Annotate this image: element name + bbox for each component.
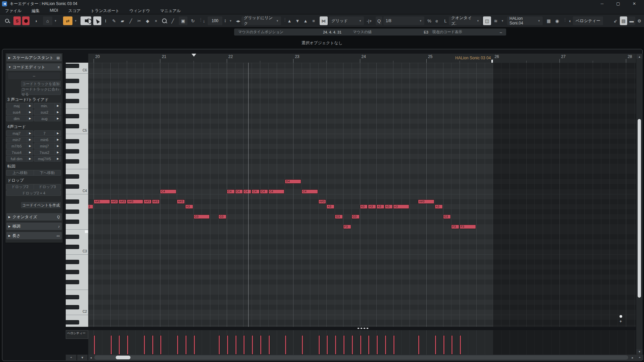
chord-button-maj7[interactable]: maj7▶: [6, 130, 33, 136]
show-left-zone-button[interactable]: ▤: [620, 16, 627, 25]
midi-note[interactable]: D4: [285, 179, 301, 184]
chord-button-min7[interactable]: min7▶: [6, 137, 33, 142]
midi-note[interactable]: A#3: [118, 199, 126, 204]
midi-note[interactable]: F3: [451, 225, 459, 229]
velocity-bar[interactable]: [152, 335, 154, 355]
velocity-lane[interactable]: [88, 330, 636, 355]
scroll-left-arrow[interactable]: ◂: [88, 355, 94, 360]
maximize-button[interactable]: ▢: [610, 0, 626, 7]
event-colors-button[interactable]: ≋: [492, 16, 500, 25]
acoustic-feedback-button[interactable]: [80, 16, 91, 25]
part-end-marker[interactable]: [491, 60, 493, 63]
chord-play-arrow-icon[interactable]: ▶: [55, 116, 61, 121]
black-key[interactable]: [66, 174, 79, 179]
quantize-icon[interactable]: Q: [376, 16, 382, 25]
inspector-section-1[interactable]: ▼コードエディット≡: [6, 63, 62, 71]
midi-note[interactable]: G3: [218, 215, 226, 219]
add-chord-track-button[interactable]: コードトラックを追加: [21, 81, 61, 87]
auto-select-controllers-button[interactable]: ▣: [179, 16, 187, 25]
velocity-bar[interactable]: [368, 335, 370, 355]
chord-play-arrow-icon[interactable]: ▶: [27, 150, 33, 155]
black-key[interactable]: [66, 184, 79, 189]
chord-button-minj7[interactable]: minj7▶: [34, 143, 61, 149]
black-key[interactable]: [66, 209, 79, 214]
midi-note[interactable]: F3: [460, 225, 476, 229]
velocity-bar[interactable]: [160, 335, 162, 355]
midi-note[interactable]: A#3: [110, 199, 118, 204]
midi-note[interactable]: C4: [252, 189, 260, 194]
chord-button-aug[interactable]: aug▶: [34, 116, 61, 121]
black-key[interactable]: [66, 159, 79, 164]
chord-play-arrow-icon[interactable]: ▶: [27, 131, 33, 136]
chord-button-7sus2[interactable]: 7sus2▶: [34, 149, 61, 155]
scroll-up-arrow[interactable]: ▴: [636, 54, 643, 59]
black-key[interactable]: [66, 139, 79, 143]
midi-note[interactable]: C4: [227, 189, 235, 194]
nudge-down-button[interactable]: ▼: [294, 16, 301, 25]
edit-mode-button[interactable]: ⌂: [43, 16, 52, 25]
zoom-tool[interactable]: [160, 16, 168, 25]
grid-link-dropdown[interactable]: グリッドにリンク▼: [241, 16, 281, 25]
velocity-bar[interactable]: [460, 335, 461, 355]
chord-play-arrow-icon[interactable]: ▶: [27, 156, 33, 161]
quantize-preset-dropdown[interactable]: 1/8▼: [383, 16, 424, 25]
record-in-editor-button[interactable]: [22, 16, 30, 25]
snap-button[interactable]: ⋈: [320, 16, 328, 25]
velocity-bar[interactable]: [393, 335, 395, 355]
chord-button-m7b5[interactable]: m7/b5▶: [6, 143, 33, 149]
midi-note[interactable]: A3: [88, 204, 93, 209]
velocity-bar[interactable]: [285, 335, 286, 355]
midi-note[interactable]: A3: [385, 204, 393, 209]
vertical-zoom-dot[interactable]: [620, 315, 622, 318]
horizontal-scroll-track[interactable]: [94, 355, 628, 360]
velocity-bar[interactable]: [243, 335, 245, 355]
velocity-bar[interactable]: [127, 335, 128, 355]
inspector-section-4[interactable]: ▶長さ▭: [6, 232, 62, 239]
add-lane-button[interactable]: ＋: [66, 355, 76, 360]
black-key[interactable]: [66, 280, 79, 284]
drop3-button[interactable]: ドロップ3: [34, 184, 61, 189]
midi-note[interactable]: A3: [368, 204, 376, 209]
independent-track-loop-button[interactable]: ↻: [189, 16, 197, 25]
midi-note[interactable]: C4: [302, 189, 318, 194]
menu-item-5[interactable]: ウィンドウ: [124, 8, 155, 14]
velocity-bar[interactable]: [343, 335, 345, 355]
controller-lane-icon[interactable]: ◖: [567, 16, 573, 25]
insert-velocity-stepper[interactable]: ▲▼: [223, 16, 227, 25]
auto-scroll-caret[interactable]: ▼: [73, 16, 78, 25]
midi-note[interactable]: C4: [160, 189, 176, 194]
scroll-right-arrow[interactable]: ▸: [630, 355, 636, 360]
nudge-up-button[interactable]: ▲: [286, 16, 293, 25]
event-colors-caret[interactable]: ▼: [500, 16, 505, 25]
midi-note[interactable]: C4: [268, 189, 285, 194]
chord-play-arrow-icon[interactable]: ▶: [55, 137, 61, 142]
velocity-bar[interactable]: [443, 335, 445, 355]
velocity-bar[interactable]: [435, 335, 436, 355]
chord-play-arrow-icon[interactable]: ▶: [55, 150, 61, 155]
black-key[interactable]: [66, 199, 79, 204]
length-quantize-icon[interactable]: L: [443, 16, 448, 25]
delete-tool[interactable]: ×: [152, 16, 160, 25]
chord-play-arrow-icon[interactable]: ▶: [55, 110, 61, 115]
midi-note[interactable]: A#3: [127, 199, 143, 204]
black-key[interactable]: [66, 99, 79, 103]
lane-select-caret[interactable]: ▼: [77, 355, 88, 360]
chord-button-sus2[interactable]: sus2▶: [34, 109, 61, 115]
midi-note[interactable]: A3: [376, 204, 384, 209]
chord-button-dim[interactable]: dim▶: [6, 116, 33, 121]
chord-play-arrow-icon[interactable]: ▶: [55, 103, 61, 108]
midi-note[interactable]: G3: [443, 215, 451, 219]
velocity-bar[interactable]: [376, 335, 378, 355]
inspector-section-3[interactable]: ▶移調♪: [6, 223, 62, 230]
midi-note[interactable]: A3: [326, 204, 334, 209]
midi-note[interactable]: A#3: [418, 199, 434, 204]
edit-mode-caret[interactable]: ▼: [53, 16, 58, 25]
black-key[interactable]: [66, 220, 79, 224]
black-key[interactable]: [66, 270, 79, 274]
velocity-bar[interactable]: [177, 335, 178, 355]
menu-item-4[interactable]: トランスポート: [86, 8, 124, 14]
insert-velocity-caret[interactable]: ▼: [228, 16, 233, 25]
black-key[interactable]: [66, 235, 79, 239]
iterative-quantize-button[interactable]: %: [426, 16, 433, 25]
velocity-bar[interactable]: [252, 335, 253, 355]
